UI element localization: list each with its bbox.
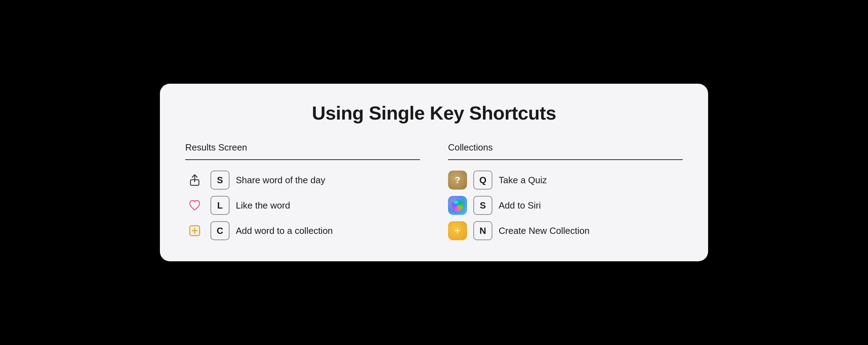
label-share: Share word of the day — [236, 175, 325, 186]
key-badge-c: C — [210, 221, 229, 240]
shortcut-row-share: S Share word of the day — [185, 171, 420, 190]
shortcut-row-new-collection: + N Create New Collection — [448, 221, 683, 240]
key-badge-n: N — [473, 221, 492, 240]
label-like: Like the word — [236, 200, 290, 211]
heart-icon — [185, 196, 204, 215]
results-heading: Results Screen — [185, 142, 420, 156]
share-icon — [185, 171, 204, 190]
shortcut-row-siri: S Add to Siri — [448, 196, 683, 215]
page-title: Using Single Key Shortcuts — [185, 102, 683, 124]
new-collection-icon: + — [448, 221, 467, 240]
main-card: Using Single Key Shortcuts Results Scree… — [160, 84, 708, 262]
key-badge-s-siri: S — [473, 196, 492, 215]
key-badge-l: L — [210, 196, 229, 215]
results-rows: S Share word of the day L Like the word — [185, 171, 420, 240]
label-add-collection: Add word to a collection — [236, 225, 333, 236]
results-underline — [185, 159, 420, 160]
shortcut-row-like: L Like the word — [185, 196, 420, 215]
label-siri: Add to Siri — [499, 200, 541, 211]
quiz-icon: ? — [448, 171, 467, 190]
collections-rows: ? Q Take a Quiz S Add to Siri + — [448, 171, 683, 240]
quiz-icon-mark: ? — [455, 175, 460, 186]
svg-rect-4 — [189, 225, 200, 236]
key-badge-s-share: S — [210, 171, 229, 190]
plus-icon-mark: + — [455, 226, 460, 236]
siri-sphere — [452, 199, 464, 211]
collections-underline — [448, 159, 683, 160]
columns-wrapper: Results Screen S Share word of the day — [185, 142, 683, 241]
column-divider — [420, 142, 448, 241]
key-badge-q: Q — [473, 171, 492, 190]
collections-column: Collections ? Q Take a Quiz S — [448, 142, 683, 241]
shortcut-row-collection: C Add word to a collection — [185, 221, 420, 240]
collection-add-icon — [185, 221, 204, 240]
siri-icon — [448, 196, 467, 215]
label-new-collection: Create New Collection — [499, 225, 590, 236]
label-quiz: Take a Quiz — [499, 175, 547, 186]
results-column: Results Screen S Share word of the day — [185, 142, 420, 241]
shortcut-row-quiz: ? Q Take a Quiz — [448, 171, 683, 190]
collections-heading: Collections — [448, 142, 683, 156]
